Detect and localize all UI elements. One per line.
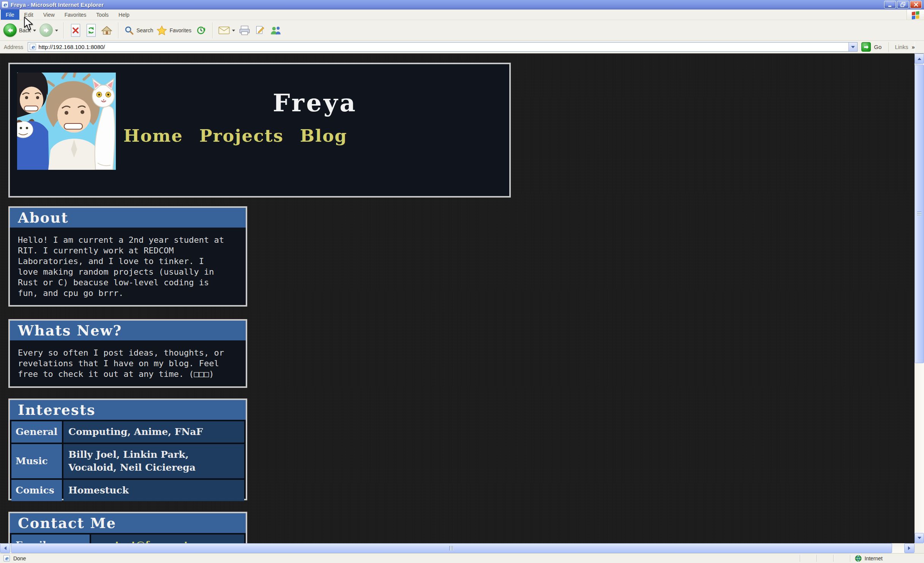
scroll-up-button[interactable] xyxy=(915,54,924,64)
window-titlebar: e Freya - Microsoft Internet Explorer xyxy=(0,0,924,9)
messenger-icon xyxy=(270,25,281,35)
mail-dropdown-caret[interactable] xyxy=(232,30,235,33)
arrow-down-icon xyxy=(918,537,921,541)
table-row: Email contact@freyacat.org xyxy=(11,535,244,543)
vertical-scroll-thumb[interactable] xyxy=(915,65,924,363)
about-section: About Hello! I am current a 2nd year stu… xyxy=(8,206,247,307)
print-icon xyxy=(239,25,250,35)
restore-icon xyxy=(900,2,906,7)
menu-view[interactable]: View xyxy=(38,9,60,20)
restore-button[interactable] xyxy=(897,1,909,8)
toolbar-separator xyxy=(212,22,213,38)
globe-icon xyxy=(855,555,862,562)
interests-title: Interests xyxy=(18,403,96,417)
interest-category: Music xyxy=(11,444,62,478)
site-header-box: Freya Home Projects Blog xyxy=(8,63,511,198)
print-button[interactable] xyxy=(239,23,251,38)
mail-button[interactable] xyxy=(218,26,235,35)
whats-new-text: Every so often I post ideas, thoughts, o… xyxy=(10,340,246,380)
menu-help[interactable]: Help xyxy=(114,9,134,20)
table-row: General Computing, Anime, FNaF xyxy=(11,421,244,443)
close-button[interactable] xyxy=(910,1,922,8)
contact-header-bar: Contact Me xyxy=(10,513,246,533)
status-pane xyxy=(833,555,850,562)
interest-value: Billy Joel, Linkin Park, Vocaloid, Neil … xyxy=(63,444,244,478)
refresh-icon xyxy=(87,26,95,35)
go-button[interactable]: Go xyxy=(861,42,881,52)
windows-flag-icon xyxy=(911,10,921,20)
zone-label: Internet xyxy=(865,555,883,561)
arrow-left-icon xyxy=(2,546,6,550)
anime-artwork xyxy=(17,73,116,170)
about-title: About xyxy=(18,211,68,225)
window-title: Freya - Microsoft Internet Explorer xyxy=(11,2,104,8)
status-panes: Internet xyxy=(800,555,883,562)
security-zone: Internet xyxy=(850,555,883,562)
status-bar: e Done Internet xyxy=(0,553,924,563)
history-button[interactable] xyxy=(195,23,207,38)
scroll-down-button[interactable] xyxy=(915,533,924,543)
minimize-button[interactable] xyxy=(884,1,896,8)
window-controls xyxy=(884,1,922,8)
search-button[interactable]: Search xyxy=(124,25,153,35)
address-input[interactable]: e http://192.168.100.1:8080/ xyxy=(28,42,858,52)
mouse-cursor xyxy=(24,17,34,31)
address-dropdown-button[interactable] xyxy=(848,43,857,51)
back-icon xyxy=(3,24,17,37)
whats-new-title: Whats New? xyxy=(18,324,122,338)
horizontal-scroll-thumb[interactable] xyxy=(11,543,892,553)
favorites-label: Favorites xyxy=(169,27,191,33)
forward-button[interactable] xyxy=(39,24,58,37)
menu-file[interactable]: File xyxy=(1,9,19,20)
ie-page-icon: e xyxy=(30,44,36,50)
menu-favorites[interactable]: Favorites xyxy=(60,9,92,20)
messenger-button[interactable] xyxy=(270,23,282,38)
interest-value: Homestuck xyxy=(63,480,244,501)
nav-blog-link[interactable]: Blog xyxy=(300,127,347,144)
menu-tools[interactable]: Tools xyxy=(91,9,114,20)
stop-button[interactable] xyxy=(69,23,82,38)
address-bar: Address e http://192.168.100.1:8080/ Go … xyxy=(0,41,924,54)
status-text: Done xyxy=(13,555,26,561)
favorites-button[interactable]: Favorites xyxy=(156,25,191,35)
stop-icon xyxy=(71,26,80,35)
scroll-right-button[interactable] xyxy=(904,543,915,553)
refresh-button[interactable] xyxy=(85,23,97,38)
edit-button[interactable] xyxy=(254,23,266,38)
hero-image xyxy=(17,73,116,170)
site-title: Freya xyxy=(121,91,509,115)
horizontal-scrollbar[interactable] xyxy=(0,543,915,553)
nav-home-link[interactable]: Home xyxy=(123,127,183,144)
search-label: Search xyxy=(136,27,153,33)
contact-email-link[interactable]: contact@freyacat.org xyxy=(91,535,244,543)
close-icon xyxy=(913,2,919,7)
contact-section: Contact Me Email contact@freyacat.org xyxy=(8,512,247,543)
forward-icon xyxy=(39,24,53,37)
vertical-scrollbar[interactable] xyxy=(915,54,924,543)
arrow-right-icon xyxy=(908,546,912,550)
interest-category: General xyxy=(11,421,62,443)
history-icon xyxy=(196,25,206,35)
home-button[interactable] xyxy=(101,23,113,38)
about-header-bar: About xyxy=(10,208,246,228)
contact-title: Contact Me xyxy=(18,516,116,530)
forward-dropdown-caret[interactable] xyxy=(55,30,58,33)
status-page-icon: e xyxy=(3,555,10,561)
status-pane xyxy=(800,555,817,562)
interests-section: Interests General Computing, Anime, FNaF… xyxy=(8,399,247,500)
contact-table: Email contact@freyacat.org xyxy=(10,533,246,543)
contact-label: Email xyxy=(11,535,90,543)
home-icon xyxy=(101,25,112,35)
arrow-up-icon xyxy=(918,56,921,60)
chevron-more-icon[interactable]: » xyxy=(911,44,915,50)
table-row: Music Billy Joel, Linkin Park, Vocaloid,… xyxy=(11,444,244,478)
table-row: Comics Homestuck xyxy=(11,480,244,501)
address-label: Address xyxy=(4,44,23,50)
browser-viewport: Freya Home Projects Blog About Hello! I … xyxy=(0,54,915,543)
nav-projects-link[interactable]: Projects xyxy=(199,127,284,144)
edit-icon xyxy=(255,25,265,35)
mail-icon xyxy=(218,26,230,35)
scrollbar-corner xyxy=(915,543,924,553)
links-toolbar[interactable]: Links » xyxy=(888,42,915,52)
scroll-left-button[interactable] xyxy=(0,543,10,553)
